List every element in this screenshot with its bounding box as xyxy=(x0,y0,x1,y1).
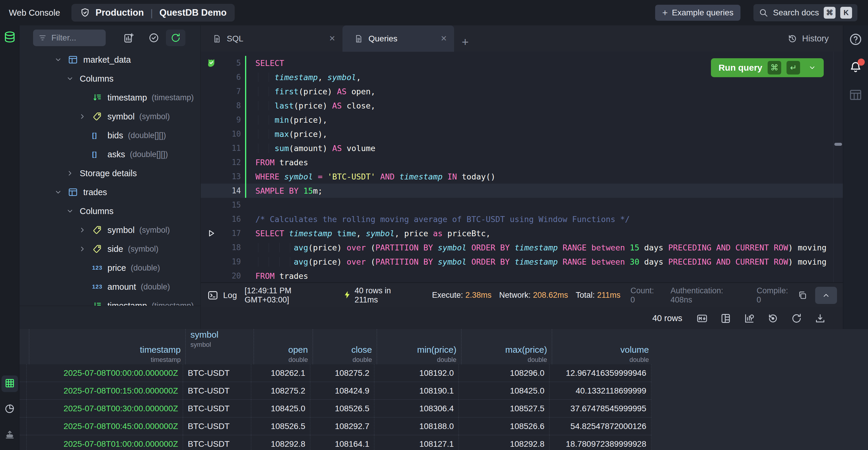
editor-line-9[interactable]: 9 min(price), xyxy=(201,113,843,127)
column-header-close[interactable]: close double xyxy=(313,329,377,364)
history-button[interactable]: History xyxy=(787,25,829,52)
cell-close[interactable]: 108164.1 xyxy=(310,435,374,450)
copy-log-button[interactable] xyxy=(795,287,810,303)
example-queries-button[interactable]: + Example queries xyxy=(655,5,740,21)
database-icon[interactable] xyxy=(3,31,16,44)
cell-close[interactable]: 108424.9 xyxy=(310,382,374,399)
cell-close[interactable]: 108526.5 xyxy=(310,400,374,417)
run-line-icon[interactable] xyxy=(201,228,222,238)
help-button[interactable] xyxy=(848,32,863,47)
cell-volume[interactable]: 40.1332118699999 xyxy=(550,382,651,399)
editor-line-20[interactable]: 20FROM trades xyxy=(201,269,843,282)
chevron-down-icon[interactable] xyxy=(54,188,68,196)
cell-timestamp[interactable]: 2025-07-08T00:30:00.000000Z xyxy=(27,400,183,417)
cell-symbol[interactable]: BTC-USDT xyxy=(183,364,251,382)
import-button[interactable] xyxy=(1,426,18,443)
cell-symbol[interactable]: BTC-USDT xyxy=(183,435,251,450)
editor-line-13[interactable]: 13WHERE symbol = 'BTC-USDT' AND timestam… xyxy=(201,169,843,184)
side-panel-button[interactable] xyxy=(848,87,863,102)
editor-line-14[interactable]: 14SAMPLE BY 15m; xyxy=(201,184,843,198)
cell-open[interactable]: 108275.2 xyxy=(251,382,310,399)
cell-timestamp[interactable]: 2025-07-08T01:00:00.000000Z xyxy=(27,435,183,450)
cell-timestamp[interactable]: 2025-07-08T00:15:00.000000Z xyxy=(27,382,183,399)
cell-volume[interactable]: 12.967416359999946 xyxy=(550,364,651,382)
restore-button[interactable] xyxy=(767,313,779,324)
refresh-results-button[interactable] xyxy=(791,313,802,324)
chevron-right-icon[interactable] xyxy=(79,245,92,253)
tree-item-symbol[interactable]: symbol(symbol) xyxy=(20,107,200,126)
editor-line-12[interactable]: 12FROM trades xyxy=(201,155,843,169)
editor-line-11[interactable]: 11 sum(amount) AS volume xyxy=(201,141,843,155)
cell-open[interactable]: 108526.5 xyxy=(251,418,310,435)
tree-item-timestamp[interactable]: timestamp(timestamp) xyxy=(20,296,200,306)
cell-open[interactable]: 108292.8 xyxy=(251,435,310,450)
select-tables-button[interactable] xyxy=(148,32,159,44)
notifications-button[interactable] xyxy=(848,60,863,75)
filter-input[interactable]: Filter... xyxy=(33,30,106,46)
column-header-max-price-[interactable]: max(price) double xyxy=(461,329,552,364)
cell-open[interactable]: 108262.1 xyxy=(251,364,310,382)
cell-max-price-[interactable]: 108425.0 xyxy=(459,382,550,399)
sql-editor[interactable]: Run query ⌘ ↵ 5SELECT6 timestamp, symbol… xyxy=(201,52,843,282)
tab-sql[interactable]: SQL ✕ xyxy=(201,25,342,52)
cell-max-price-[interactable]: 108296.0 xyxy=(459,364,550,382)
refresh-schema-button[interactable] xyxy=(166,30,185,46)
chevron-right-icon[interactable] xyxy=(79,226,92,234)
tab-queries[interactable]: Queries ✕ xyxy=(342,25,454,52)
cell-close[interactable]: 108275.2 xyxy=(310,364,374,382)
cell-close[interactable]: 108292.7 xyxy=(310,418,374,435)
tree-item-bids[interactable]: []bids(double[][]) xyxy=(20,126,200,145)
tree-item-price[interactable]: 123price(double) xyxy=(20,258,200,277)
close-icon[interactable]: ✕ xyxy=(329,34,335,43)
layout-button[interactable] xyxy=(720,313,731,324)
tree-item-columns[interactable]: Columns xyxy=(20,69,200,88)
column-header-timestamp[interactable]: timestamp timestamp xyxy=(29,329,186,364)
cell-max-price-[interactable]: 108527.5 xyxy=(459,400,550,417)
tree-item-asks[interactable]: []asks(double[][]) xyxy=(20,145,200,164)
editor-line-19[interactable]: 19 avg(price) over (PARTITION BY symbol … xyxy=(201,255,843,269)
column-header-open[interactable]: open double xyxy=(254,329,313,364)
cell-symbol[interactable]: BTC-USDT xyxy=(183,382,251,399)
chart-button[interactable] xyxy=(744,313,755,324)
editor-line-6[interactable]: 6 timestamp, symbol, xyxy=(201,70,843,84)
tree-item-trades[interactable]: trades xyxy=(20,183,200,202)
environment-badge[interactable]: Production | QuestDB Demo xyxy=(71,4,235,22)
editor-line-16[interactable]: 16/* Calculates the rolling moving avera… xyxy=(201,212,843,226)
cell-volume[interactable]: 37.67478545999995 xyxy=(550,400,651,417)
cell-timestamp[interactable]: 2025-07-08T00:00:00.000000Z xyxy=(27,364,183,382)
add-tab-button[interactable]: + xyxy=(462,35,469,52)
tree-item-side[interactable]: side(symbol) xyxy=(20,240,200,258)
cell-min-price-[interactable]: 108306.4 xyxy=(374,400,459,417)
cell-min-price-[interactable]: 108190.1 xyxy=(374,382,459,399)
editor-line-17[interactable]: 17SELECT timestamp time, symbol, price a… xyxy=(201,226,843,241)
cell-volume[interactable]: 54.82547872000126 xyxy=(550,418,651,435)
scrollbar-thumb[interactable] xyxy=(834,143,842,146)
cell-max-price-[interactable]: 108526.6 xyxy=(459,418,550,435)
grid-view-button[interactable] xyxy=(1,375,18,392)
column-header-symbol[interactable]: symbol symbol xyxy=(186,329,254,364)
cell-min-price-[interactable]: 108188.0 xyxy=(374,418,459,435)
search-docs-button[interactable]: Search docs ⌘ K xyxy=(753,4,857,21)
tree-item-storage-details[interactable]: Storage details xyxy=(20,164,200,183)
chevron-right-icon[interactable] xyxy=(79,113,92,120)
column-header-min-price-[interactable]: min(price) double xyxy=(377,329,461,364)
tree-item-amount[interactable]: 123amount(double) xyxy=(20,277,200,296)
editor-line-8[interactable]: 8 last(price) AS close, xyxy=(201,99,843,113)
chart-view-button[interactable] xyxy=(1,401,18,418)
tree-item-timestamp[interactable]: timestamp(timestamp) xyxy=(20,88,200,107)
editor-line-10[interactable]: 10 max(price), xyxy=(201,127,843,141)
editor-line-15[interactable]: 15 xyxy=(201,198,843,212)
collapse-log-button[interactable] xyxy=(815,287,837,304)
editor-line-18[interactable]: 18 avg(price) over (PARTITION BY symbol … xyxy=(201,241,843,255)
cell-min-price-[interactable]: 108192.0 xyxy=(374,364,459,382)
query-success-icon[interactable] xyxy=(201,58,222,68)
close-icon[interactable]: ✕ xyxy=(440,34,447,43)
add-metrics-button[interactable] xyxy=(123,32,135,44)
editor-line-7[interactable]: 7 first(price) AS open, xyxy=(201,84,843,99)
cell-volume[interactable]: 18.780972389999928 xyxy=(550,435,651,450)
cell-symbol[interactable]: BTC-USDT xyxy=(183,400,251,417)
column-header-volume[interactable]: volume double xyxy=(552,329,654,364)
download-button[interactable] xyxy=(814,313,826,324)
tree-item-market-data[interactable]: market_data xyxy=(20,50,200,69)
chevron-down-icon[interactable] xyxy=(54,56,68,63)
